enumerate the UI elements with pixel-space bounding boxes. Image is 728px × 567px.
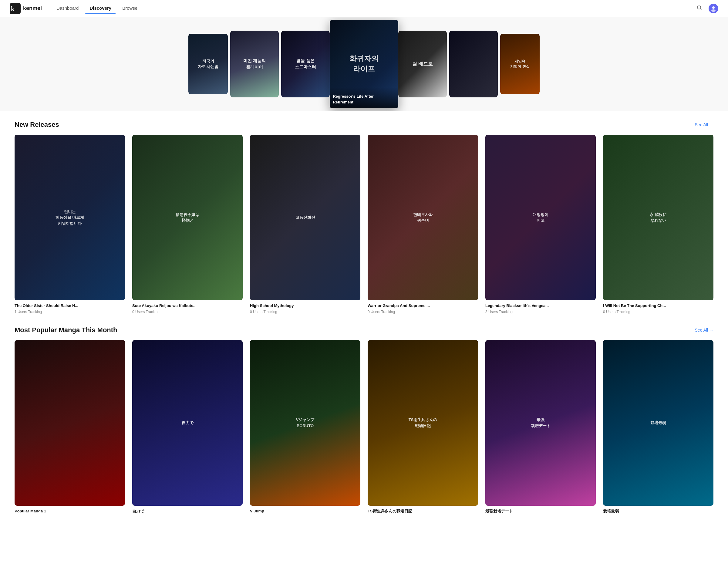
carousel-title-3: 별을 품은소드마스터 [295,58,316,70]
manga-tracking-nr2: 0 Users Tracking [132,310,243,314]
manga-title-mp4: TS衛生兵さんの戦場日記 [368,509,478,514]
carousel-item-1[interactable]: 적국의자로 사는법 [188,34,228,94]
carousel-item-2[interactable]: 미친 재능의플레이어 [230,31,279,97]
carousel-item-6[interactable] [449,31,498,97]
new-releases-header: New Releases See All → [15,121,713,129]
manga-card-nr6[interactable]: 永 脇役になれない I Will Not Be The Supporting C… [603,135,713,314]
most-popular-grid: Popular Manga 1 自力で 自力で VジャンプBORUTO V Ju… [15,340,713,515]
manga-cover-text-mp1 [67,420,72,425]
featured-carousel: 적국의자로 사는법 미친 재능의플레이어 별을 품은소드마스터 [0,17,728,111]
manga-tracking-nr4: 0 Users Tracking [368,310,478,314]
most-popular-see-all[interactable]: See All → [695,328,713,332]
manga-title-nr4: Warrior Grandpa And Supreme ... [368,303,478,309]
manga-cover-text-nr1: 언니는혀동생을 바르게키워야합니다 [53,206,87,229]
manga-cover-text-mp2: 自力で [179,417,196,428]
manga-card-nr3[interactable]: 고등신화전 High School Mythology 0 Users Trac… [250,135,360,314]
avatar-icon [710,5,717,12]
logo-text: kenmei [23,5,42,12]
navbar: k kenmei Dashboard Discovery Browse [0,0,728,17]
manga-title-mp5: 最強栽培デート [485,509,596,514]
manga-title-nr1: The Older Sister Should Raise H... [15,303,125,309]
manga-cover-nr5: 대장장이지고 [485,135,596,300]
manga-cover-mp1 [15,340,125,506]
manga-cover-mp2: 自力で [132,340,243,506]
manga-title-nr6: I Will Not Be The Supporting Ch... [603,303,713,309]
manga-cover-text-nr5: 대장장이지고 [530,209,551,226]
new-releases-see-all[interactable]: See All → [695,122,713,127]
carousel-title-2: 미친 재능의플레이어 [243,58,266,70]
manga-cover-nr2: 捨悪役令嬢は怪物と [132,135,243,300]
manga-card-mp5[interactable]: 最強栽培デート 最強栽培デート [485,340,596,515]
search-icon [696,5,703,11]
carousel-item-5[interactable]: 릴 배드로 [398,31,447,97]
nav-browse[interactable]: Browse [117,3,142,14]
most-popular-title: Most Popular Manga This Month [15,326,117,334]
new-releases-grid: 언니는혀동생을 바르게키워야합니다 The Older Sister Shoul… [15,135,713,314]
most-popular-header: Most Popular Manga This Month See All → [15,326,713,334]
nav-dashboard[interactable]: Dashboard [52,3,83,14]
manga-card-mp4[interactable]: TS衛生兵さんの戦場日記 TS衛生兵さんの戦場日記 [368,340,478,515]
manga-title-nr5: Legendary Blacksmith's Vengea... [485,303,596,309]
manga-card-nr2[interactable]: 捨悪役令嬢は怪物と Sute Akuyaku Reijou wa Kaibuts… [132,135,243,314]
nav-discovery[interactable]: Discovery [85,3,116,14]
manga-tracking-nr5: 3 Users Tracking [485,310,596,314]
manga-card-mp3[interactable]: VジャンプBORUTO V Jump [250,340,360,515]
manga-cover-mp4: TS衛生兵さんの戦場日記 [368,340,478,506]
manga-cover-text-mp3: VジャンプBORUTO [294,414,317,431]
manga-tracking-nr6: 0 Users Tracking [603,310,713,314]
manga-card-mp1[interactable]: Popular Manga 1 [15,340,125,515]
svg-text:k: k [11,5,15,12]
logo-icon: k [10,3,21,14]
manga-cover-text-mp4: TS衛生兵さんの戦場日記 [406,414,440,431]
new-releases-section: New Releases See All → 언니는혀동생을 바르게키워야합니다… [0,111,728,324]
svg-point-3 [712,6,715,9]
manga-cover-nr1: 언니는혀동생을 바르게키워야합니다 [15,135,125,300]
manga-cover-nr3: 고등신화전 [250,135,360,300]
manga-title-mp3: V Jump [250,509,360,514]
manga-cover-mp3: VジャンプBORUTO [250,340,360,506]
manga-title-mp6: 栽培最弱 [603,509,713,514]
carousel-item-featured[interactable]: 화귀자의라이프 Regressor's Life After Retiremen… [330,20,399,108]
profile-avatar[interactable] [709,4,718,13]
carousel-title-5: 릴 배드로 [412,61,433,67]
logo[interactable]: k kenmei [10,3,42,14]
svg-point-4 [711,9,716,12]
manga-title-mp1: Popular Manga 1 [15,509,125,514]
manga-title-mp2: 自力で [132,509,243,514]
manga-cover-mp6: 栽培最弱 [603,340,713,506]
manga-card-mp2[interactable]: 自力で 自力で [132,340,243,515]
manga-card-mp6[interactable]: 栽培最弱 栽培最弱 [603,340,713,515]
new-releases-title: New Releases [15,121,59,129]
manga-card-nr4[interactable]: 한배무사와귀손녀 Warrior Grandpa And Supreme ...… [368,135,478,314]
manga-cover-text-mp6: 栽培最弱 [648,417,669,428]
manga-card-nr5[interactable]: 대장장이지고 Legendary Blacksmith's Vengea... … [485,135,596,314]
most-popular-section: Most Popular Manga This Month See All → … [0,324,728,525]
manga-cover-text-nr2: 捨悪役令嬢は怪物と [173,209,202,226]
manga-title-nr3: High School Mythology [250,303,360,309]
manga-cover-mp5: 最強栽培デート [485,340,596,506]
carousel-featured-overlay: Regressor's Life After Retirement [333,94,395,105]
carousel-featured-korean: 화귀자의라이프 [347,51,381,77]
manga-cover-nr4: 한배무사와귀손녀 [368,135,478,300]
manga-cover-text-mp5: 最強栽培デート [528,414,553,431]
manga-title-nr2: Sute Akuyaku Reijou wa Kaibuts... [132,303,243,309]
svg-point-2 [697,6,701,9]
manga-tracking-nr1: 1 Users Tracking [15,310,125,314]
carousel-title-1: 적국의자로 사는법 [198,59,219,69]
manga-cover-text-nr6: 永 脇役になれない [647,209,669,226]
carousel-item-7[interactable]: 게임속기업이 현실 [500,34,540,94]
manga-cover-text-nr4: 한배무사와귀손녀 [411,209,435,226]
manga-card-nr1[interactable]: 언니는혀동생을 바르게키워야합니다 The Older Sister Shoul… [15,135,125,314]
navbar-right [695,4,718,13]
manga-tracking-nr3: 0 Users Tracking [250,310,360,314]
manga-cover-nr6: 永 脇役になれない [603,135,713,300]
carousel-title-7: 게임속기업이 현실 [510,59,529,69]
nav-links: Dashboard Discovery Browse [52,3,695,14]
manga-cover-text-nr3: 고등신화전 [293,212,318,223]
search-button[interactable] [695,4,704,13]
carousel-item-3[interactable]: 별을 품은소드마스터 [281,31,330,97]
carousel-track: 적국의자로 사는법 미친 재능의플레이어 별을 품은소드마스터 [0,23,728,105]
